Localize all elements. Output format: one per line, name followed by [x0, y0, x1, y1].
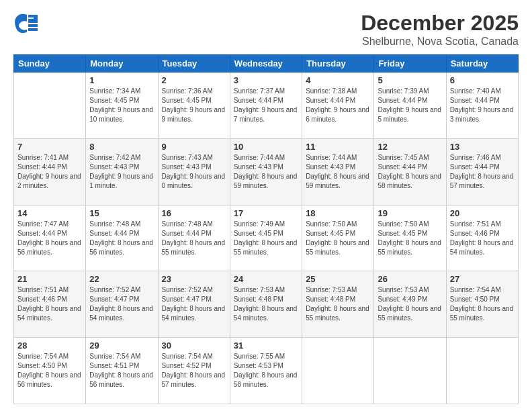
cell-sunrise: Sunrise: 7:54 AM	[162, 353, 213, 360]
cell-sunrise: Sunrise: 7:47 AM	[17, 220, 69, 228]
calendar-cell: 26 Sunrise: 7:53 AM Sunset: 4:49 PM Dayl…	[374, 271, 446, 338]
cell-sunrise: Sunrise: 7:53 AM	[234, 286, 285, 293]
cell-sunrise: Sunrise: 7:48 AM	[89, 220, 140, 228]
svg-rect-1	[28, 24, 38, 27]
cell-daylight: Daylight: 8 hours and 54 minutes.	[89, 305, 153, 322]
header-wednesday: Wednesday	[230, 55, 302, 73]
calendar-cell: 12 Sunrise: 7:45 AM Sunset: 4:44 PM Dayl…	[374, 138, 446, 205]
cell-sunset: Sunset: 4:45 PM	[306, 230, 355, 237]
cell-sunrise: Sunrise: 7:55 AM	[234, 353, 285, 360]
day-number: 1	[89, 75, 154, 85]
cell-daylight: Daylight: 9 hours and 2 minutes.	[17, 173, 81, 189]
day-number: 24	[234, 274, 298, 284]
cell-sunset: Sunset: 4:47 PM	[89, 295, 139, 303]
cell-daylight: Daylight: 9 hours and 7 minutes.	[234, 106, 298, 123]
cell-sunrise: Sunrise: 7:34 AM	[89, 87, 140, 95]
cell-daylight: Daylight: 9 hours and 10 minutes.	[89, 106, 153, 123]
calendar-cell: 15 Sunrise: 7:48 AM Sunset: 4:44 PM Dayl…	[86, 205, 158, 271]
calendar-cell: 2 Sunrise: 7:36 AM Sunset: 4:45 PM Dayli…	[158, 73, 230, 139]
day-number: 6	[450, 75, 515, 85]
cell-sunset: Sunset: 4:44 PM	[89, 230, 139, 237]
cell-sunrise: Sunrise: 7:37 AM	[234, 87, 285, 95]
cell-sunset: Sunset: 4:44 PM	[17, 163, 67, 171]
calendar-cell: 13 Sunrise: 7:46 AM Sunset: 4:44 PM Dayl…	[446, 138, 518, 205]
day-number: 17	[234, 208, 298, 218]
cell-daylight: Daylight: 8 hours and 57 minutes.	[450, 173, 514, 189]
cell-daylight: Daylight: 8 hours and 54 minutes.	[17, 305, 81, 322]
cell-daylight: Daylight: 9 hours and 3 minutes.	[450, 106, 514, 123]
calendar-cell: 16 Sunrise: 7:48 AM Sunset: 4:44 PM Dayl…	[158, 205, 230, 271]
cell-daylight: Daylight: 8 hours and 55 minutes.	[306, 239, 369, 256]
cell-sunrise: Sunrise: 7:46 AM	[450, 154, 501, 161]
header-monday: Monday	[86, 55, 158, 73]
cell-daylight: Daylight: 8 hours and 54 minutes.	[450, 239, 514, 256]
day-number: 11	[306, 142, 370, 152]
day-number: 9	[162, 142, 226, 152]
day-number: 25	[306, 274, 370, 284]
day-number: 26	[378, 274, 442, 284]
day-number: 3	[234, 75, 298, 85]
calendar-cell: 25 Sunrise: 7:53 AM Sunset: 4:48 PM Dayl…	[302, 271, 374, 338]
calendar-cell	[446, 338, 518, 404]
cell-sunrise: Sunrise: 7:51 AM	[17, 286, 69, 293]
calendar-cell: 8 Sunrise: 7:42 AM Sunset: 4:43 PM Dayli…	[86, 138, 158, 205]
day-number: 27	[450, 274, 515, 284]
calendar-cell	[302, 338, 374, 404]
calendar-cell: 21 Sunrise: 7:51 AM Sunset: 4:46 PM Dayl…	[14, 271, 86, 338]
cell-sunrise: Sunrise: 7:39 AM	[378, 87, 429, 95]
cell-sunset: Sunset: 4:43 PM	[234, 163, 283, 171]
calendar-cell: 31 Sunrise: 7:55 AM Sunset: 4:53 PM Dayl…	[230, 338, 302, 404]
week-row-4: 21 Sunrise: 7:51 AM Sunset: 4:46 PM Dayl…	[14, 271, 519, 338]
calendar-cell: 18 Sunrise: 7:50 AM Sunset: 4:45 PM Dayl…	[302, 205, 374, 271]
day-number: 22	[89, 274, 154, 284]
cell-sunrise: Sunrise: 7:53 AM	[306, 286, 357, 293]
calendar-cell	[14, 73, 86, 139]
header-tuesday: Tuesday	[158, 55, 230, 73]
cell-sunrise: Sunrise: 7:49 AM	[234, 220, 285, 228]
week-row-2: 7 Sunrise: 7:41 AM Sunset: 4:44 PM Dayli…	[14, 138, 519, 205]
cell-sunrise: Sunrise: 7:42 AM	[89, 154, 140, 161]
cell-daylight: Daylight: 8 hours and 56 minutes.	[89, 239, 153, 256]
header-friday: Friday	[374, 55, 446, 73]
day-number: 10	[234, 142, 298, 152]
cell-sunset: Sunset: 4:45 PM	[162, 97, 212, 104]
cell-sunrise: Sunrise: 7:50 AM	[378, 220, 429, 228]
week-row-5: 28 Sunrise: 7:54 AM Sunset: 4:50 PM Dayl…	[14, 338, 519, 404]
svg-rect-2	[28, 28, 38, 31]
logo-icon	[13, 11, 38, 35]
cell-sunset: Sunset: 4:44 PM	[378, 97, 427, 104]
calendar-cell: 30 Sunrise: 7:54 AM Sunset: 4:52 PM Dayl…	[158, 338, 230, 404]
calendar-cell: 27 Sunrise: 7:54 AM Sunset: 4:50 PM Dayl…	[446, 271, 518, 338]
cell-sunrise: Sunrise: 7:44 AM	[306, 154, 357, 161]
cell-daylight: Daylight: 8 hours and 56 minutes.	[17, 239, 81, 256]
cell-daylight: Daylight: 8 hours and 59 minutes.	[234, 173, 298, 189]
cell-sunset: Sunset: 4:43 PM	[162, 163, 212, 171]
calendar-cell: 5 Sunrise: 7:39 AM Sunset: 4:44 PM Dayli…	[374, 73, 446, 139]
cell-sunrise: Sunrise: 7:36 AM	[162, 87, 213, 95]
calendar-cell: 17 Sunrise: 7:49 AM Sunset: 4:45 PM Dayl…	[230, 205, 302, 271]
cell-daylight: Daylight: 8 hours and 56 minutes.	[89, 371, 153, 388]
cell-daylight: Daylight: 9 hours and 5 minutes.	[378, 106, 441, 123]
day-number: 4	[306, 75, 370, 85]
day-number: 8	[89, 142, 154, 152]
cell-sunrise: Sunrise: 7:43 AM	[162, 154, 213, 161]
cell-sunset: Sunset: 4:48 PM	[306, 295, 355, 303]
cell-daylight: Daylight: 8 hours and 57 minutes.	[162, 371, 226, 388]
day-number: 12	[378, 142, 442, 152]
cell-sunset: Sunset: 4:45 PM	[89, 97, 139, 104]
cell-sunrise: Sunrise: 7:48 AM	[162, 220, 213, 228]
cell-daylight: Daylight: 8 hours and 55 minutes.	[234, 239, 298, 256]
header-saturday: Saturday	[446, 55, 518, 73]
calendar-cell: 19 Sunrise: 7:50 AM Sunset: 4:45 PM Dayl…	[374, 205, 446, 271]
calendar-cell: 9 Sunrise: 7:43 AM Sunset: 4:43 PM Dayli…	[158, 138, 230, 205]
cell-daylight: Daylight: 8 hours and 56 minutes.	[17, 371, 81, 388]
day-number: 21	[17, 274, 82, 284]
calendar-table: SundayMondayTuesdayWednesdayThursdayFrid…	[13, 54, 519, 404]
header: December 2025 Shelburne, Nova Scotia, Ca…	[13, 11, 519, 48]
cell-sunrise: Sunrise: 7:54 AM	[450, 286, 501, 293]
cell-sunset: Sunset: 4:44 PM	[450, 97, 500, 104]
cell-sunset: Sunset: 4:43 PM	[306, 163, 355, 171]
cell-daylight: Daylight: 8 hours and 58 minutes.	[378, 173, 441, 189]
calendar-cell: 29 Sunrise: 7:54 AM Sunset: 4:51 PM Dayl…	[86, 338, 158, 404]
title-block: December 2025 Shelburne, Nova Scotia, Ca…	[361, 11, 519, 48]
